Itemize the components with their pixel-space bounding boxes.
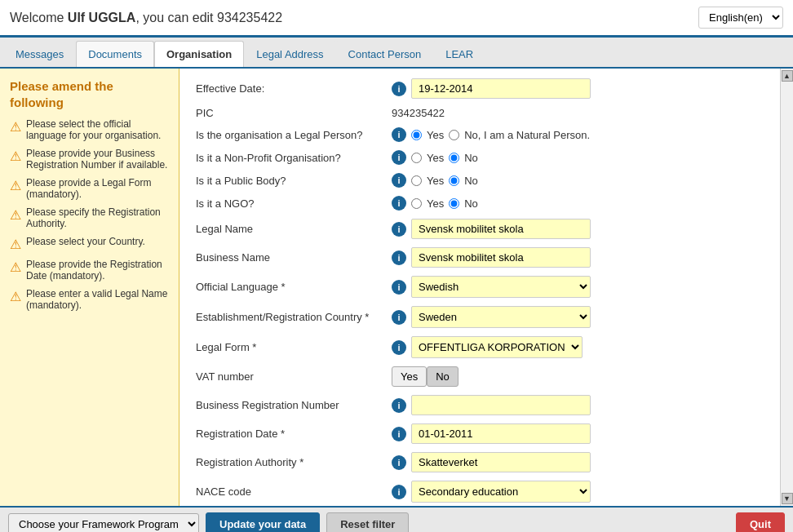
tab-legal-address[interactable]: Legal Address (244, 41, 335, 67)
nace-wrap: i Secondary education (392, 481, 764, 503)
warning-icon: ⚠ (10, 149, 21, 164)
official-language-row: Official Language * i Swedish (196, 276, 764, 298)
legal-person-wrap: i Yes No, I am a Natural Person. (392, 127, 764, 142)
sidebar-item: ⚠ Please enter a valid Legal Name (manda… (10, 288, 169, 311)
info-icon[interactable]: i (392, 485, 406, 499)
registration-date-input[interactable] (411, 423, 591, 444)
business-name-input[interactable] (411, 247, 591, 268)
nace-label: NACE code (196, 485, 392, 498)
ngo-row: Is it a NGO? i Yes No (196, 196, 764, 211)
public-body-radio-group: Yes No (411, 175, 478, 187)
public-body-no-radio[interactable] (449, 175, 459, 186)
info-icon[interactable]: i (392, 398, 406, 413)
public-body-row: Is it a Public Body? i Yes No (196, 173, 764, 188)
info-icon[interactable]: i (392, 150, 406, 165)
language-selector[interactable]: English(en) (698, 7, 783, 29)
legal-person-yes-label: Yes (427, 129, 444, 141)
tab-documents[interactable]: Documents (76, 41, 154, 67)
legal-form-select[interactable]: OFFENTLIGA KORPORATIONE (411, 336, 583, 358)
public-body-yes-label: Yes (427, 175, 444, 187)
pic-row: PIC 934235422 (196, 107, 764, 119)
registration-authority-wrap: i (392, 452, 764, 472)
scroll-down-arrow[interactable]: ▼ (782, 493, 793, 504)
legal-person-radio-group: Yes No, I am a Natural Person. (411, 129, 590, 141)
pic-value: 934235422 (392, 107, 445, 119)
sidebar-item-label: Please enter a valid Legal Name (mandato… (26, 288, 169, 311)
non-profit-no-radio[interactable] (449, 153, 459, 163)
effective-date-input[interactable] (411, 78, 591, 99)
legal-person-yes-radio[interactable] (411, 130, 422, 140)
ngo-no-label: No (464, 197, 478, 210)
info-icon[interactable]: i (392, 280, 406, 295)
business-reg-label: Business Registration Number (196, 399, 392, 411)
info-icon[interactable]: i (392, 310, 406, 325)
update-button[interactable]: Update your data (206, 512, 320, 532)
header-title: Welcome Ulf UGGLA, you can edit 93423542… (10, 11, 282, 25)
info-icon[interactable]: i (392, 250, 406, 265)
info-icon[interactable]: i (392, 127, 406, 142)
info-icon[interactable]: i (392, 196, 406, 211)
scroll-up-arrow[interactable]: ▲ (782, 70, 793, 82)
quit-button[interactable]: Quit (736, 512, 785, 532)
info-icon[interactable]: i (392, 82, 406, 96)
business-reg-row: Business Registration Number i (196, 395, 764, 415)
scrollbar[interactable]: ▲ ▼ (780, 69, 793, 506)
tab-contact-person[interactable]: Contact Person (336, 41, 434, 67)
tab-messages[interactable]: Messages (3, 41, 76, 67)
warning-icon: ⚠ (10, 259, 21, 275)
main-area: Please amend the following ⚠ Please sele… (0, 69, 793, 506)
effective-date-wrap: i (392, 78, 764, 99)
ngo-yes-radio[interactable] (411, 198, 422, 209)
vat-label: VAT number (196, 370, 392, 383)
vat-no-button[interactable]: No (427, 366, 459, 387)
business-reg-wrap: i (392, 395, 764, 415)
establishment-country-select[interactable]: Sweden (411, 306, 591, 328)
nace-select[interactable]: Secondary education (411, 481, 591, 503)
official-language-wrap: i Swedish (392, 276, 764, 298)
sidebar-item-label: Please provide the Registration Date (ma… (26, 259, 169, 282)
legal-name-input[interactable] (411, 219, 591, 239)
business-reg-input[interactable] (411, 395, 591, 415)
info-icon[interactable]: i (392, 222, 406, 237)
pic-wrap: 934235422 (392, 107, 764, 119)
info-icon[interactable]: i (392, 455, 406, 470)
non-profit-yes-radio[interactable] (411, 153, 422, 163)
legal-person-no-radio[interactable] (449, 130, 459, 140)
sidebar-item-label: Please provide your Business Registratio… (26, 148, 169, 171)
business-name-row: Business Name i (196, 247, 764, 268)
registration-authority-row: Registration Authority * i (196, 452, 764, 472)
effective-date-row: Effective Date: i (196, 78, 764, 99)
vat-yes-button[interactable]: Yes (392, 366, 427, 387)
ngo-no-radio[interactable] (449, 198, 459, 209)
establishment-country-label: Establishment/Registration Country * (196, 311, 392, 323)
username: Ulf UGGLA (68, 11, 136, 24)
non-profit-row: Is it a Non-Profit Organisation? i Yes N… (196, 150, 764, 165)
warning-icon: ⚠ (10, 207, 21, 223)
language-select[interactable]: English(en) (698, 7, 783, 29)
sidebar-item-label: Please provide a Legal Form (mandatory). (26, 177, 169, 200)
registration-date-row: Registration Date * i (196, 423, 764, 444)
sidebar-item: ⚠ Please specify the Registration Author… (10, 206, 169, 229)
tab-lear[interactable]: LEAR (433, 41, 485, 67)
warning-icon: ⚠ (10, 178, 21, 193)
establishment-country-row: Establishment/Registration Country * i S… (196, 306, 764, 328)
legal-person-row: Is the organisation a Legal Person? i Ye… (196, 127, 764, 142)
official-language-select[interactable]: Swedish (411, 276, 591, 298)
legal-person-no-label: No, I am a Natural Person. (464, 129, 590, 141)
tab-organisation[interactable]: Organisation (154, 41, 244, 67)
public-body-wrap: i Yes No (392, 173, 764, 188)
legal-form-row: Legal Form * i OFFENTLIGA KORPORATIONE (196, 336, 764, 358)
vat-wrap: Yes No (392, 366, 764, 387)
registration-authority-input[interactable] (411, 452, 591, 472)
public-body-yes-radio[interactable] (411, 175, 422, 186)
edit-text: , you can edit 934235422 (135, 11, 282, 24)
info-icon[interactable]: i (392, 340, 406, 355)
info-icon[interactable]: i (392, 427, 406, 441)
framework-select[interactable]: Choose your Framework Program (8, 513, 199, 532)
non-profit-yes-label: Yes (427, 152, 444, 164)
reset-button[interactable]: Reset filter (326, 512, 409, 532)
info-icon[interactable]: i (392, 173, 406, 188)
ngo-label: Is it a NGO? (196, 197, 392, 210)
warning-icon: ⚠ (10, 237, 21, 252)
sidebar-item-label: Please specify the Registration Authorit… (26, 206, 169, 229)
